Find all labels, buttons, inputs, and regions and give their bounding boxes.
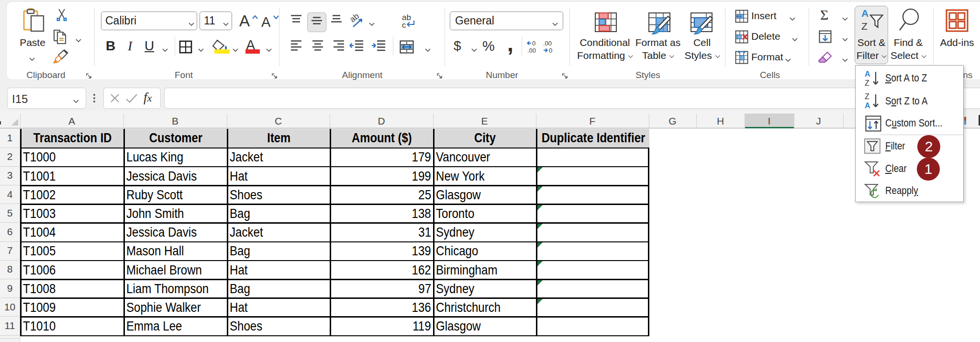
svg-text:.00: .00 xyxy=(527,47,536,54)
svg-text:0: 0 xyxy=(549,47,552,54)
svg-text:.00: .00 xyxy=(543,40,552,47)
svg-text:A: A xyxy=(865,102,870,110)
svg-text:Z: Z xyxy=(861,21,868,31)
svg-text:0: 0 xyxy=(532,40,535,47)
svg-text:Z: Z xyxy=(865,92,869,101)
svg-text:A: A xyxy=(861,8,869,19)
svg-text:c: c xyxy=(402,21,406,29)
svg-text:A: A xyxy=(865,70,870,78)
svg-text:Z: Z xyxy=(865,79,869,87)
